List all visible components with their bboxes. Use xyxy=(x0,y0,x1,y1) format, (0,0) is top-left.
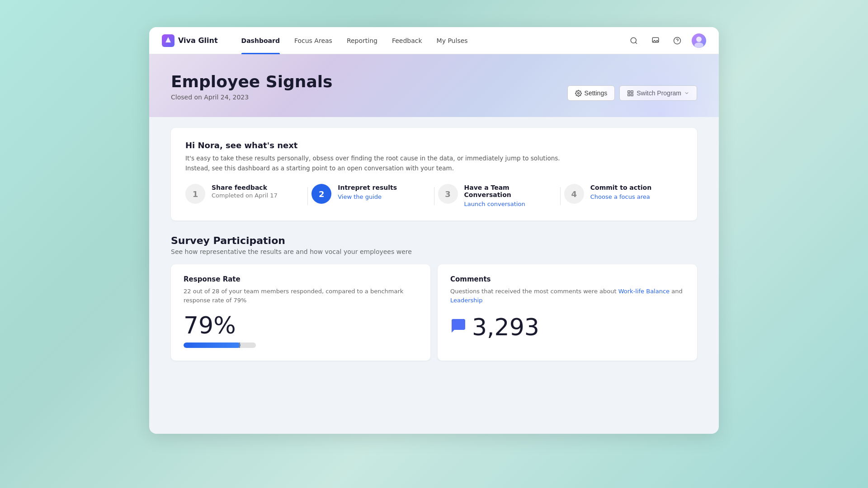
step-divider-3 xyxy=(560,187,561,205)
response-rate-value: 79% xyxy=(184,314,418,337)
comment-bubble-icon xyxy=(450,318,467,337)
svg-rect-10 xyxy=(628,90,630,92)
page-title: Employee Signals xyxy=(171,72,697,91)
nav-bar: Viva Glint Dashboard Focus Areas Reporti… xyxy=(149,27,719,54)
steps-row: 1 Share feedback Completed on April 17 2… xyxy=(185,184,683,208)
whats-next-desc-line1: It's easy to take these results personal… xyxy=(185,155,560,162)
settings-icon xyxy=(575,90,582,97)
user-avatar[interactable] xyxy=(692,33,706,48)
whats-next-card: Hi Nora, see what's next It's easy to ta… xyxy=(171,128,697,221)
work-life-balance-link[interactable]: Work-life Balance xyxy=(618,288,670,295)
nav-right xyxy=(627,33,706,48)
step-4-label: Commit to action xyxy=(590,184,651,191)
step-3-link[interactable]: Launch conversation xyxy=(464,201,525,207)
step-1-label: Share feedback xyxy=(212,184,278,191)
whats-next-desc-line2: Instead, see this dashboard as a startin… xyxy=(185,164,454,172)
hero-actions: Settings Switch Program xyxy=(567,85,697,101)
step-3-info: Have a Team Conversation Launch conversa… xyxy=(464,184,549,208)
step-4-info: Commit to action Choose a focus area xyxy=(590,184,651,201)
switch-program-button[interactable]: Switch Program xyxy=(619,85,697,101)
logo-area: Viva Glint xyxy=(162,34,218,47)
step-3-label: Have a Team Conversation xyxy=(464,184,549,198)
progress-benchmark-marker xyxy=(239,343,240,348)
hero-section: Employee Signals Closed on April 24, 202… xyxy=(149,54,719,117)
response-rate-card: Response Rate 22 out of 28 of your team … xyxy=(171,264,430,361)
step-1-circle: 1 xyxy=(185,184,205,204)
help-button[interactable] xyxy=(670,33,684,48)
nav-link-my-pulses[interactable]: My Pulses xyxy=(429,27,475,54)
svg-point-8 xyxy=(694,42,703,48)
response-rate-label: Response Rate xyxy=(184,275,418,283)
step-2-label: Intrepret results xyxy=(338,184,397,191)
progress-bar-track xyxy=(184,343,256,348)
help-icon xyxy=(673,37,681,45)
step-2-circle: 2 xyxy=(311,184,331,204)
comments-card: Comments Questions that received the mos… xyxy=(438,264,697,361)
chevron-down-icon xyxy=(684,90,689,96)
step-divider-1 xyxy=(307,187,308,205)
svg-line-3 xyxy=(635,42,637,43)
viva-glint-logo-icon xyxy=(162,34,175,47)
svg-rect-13 xyxy=(631,94,633,95)
comments-desc-prefix: Questions that received the most comment… xyxy=(450,288,618,295)
step-2-info: Intrepret results View the guide xyxy=(338,184,397,201)
svg-rect-11 xyxy=(631,90,633,92)
step-4-circle: 4 xyxy=(564,184,584,204)
comments-desc-mid: and xyxy=(670,288,683,295)
step-2: 2 Intrepret results View the guide xyxy=(311,184,430,204)
response-rate-bar-wrap xyxy=(184,343,418,348)
chat-icon xyxy=(450,318,467,334)
step-3: 3 Have a Team Conversation Launch conver… xyxy=(438,184,557,208)
survey-section-desc: See how representative the results are a… xyxy=(171,248,697,255)
step-1-sublabel: Completed on April 17 xyxy=(212,192,278,199)
step-2-link[interactable]: View the guide xyxy=(338,193,382,200)
switch-icon xyxy=(627,90,634,97)
svg-point-9 xyxy=(577,92,579,94)
settings-label: Settings xyxy=(585,89,608,97)
survey-section: Survey Participation See how representat… xyxy=(171,235,697,361)
nav-links: Dashboard Focus Areas Reporting Feedback… xyxy=(234,27,627,54)
comments-desc: Questions that received the most comment… xyxy=(450,287,684,305)
nav-link-focus-areas[interactable]: Focus Areas xyxy=(287,27,340,54)
logo-text: Viva Glint xyxy=(178,36,218,45)
leadership-link[interactable]: Leadership xyxy=(450,297,482,304)
step-divider-2 xyxy=(434,187,434,205)
svg-rect-12 xyxy=(628,94,630,95)
main-content: Hi Nora, see what's next It's easy to ta… xyxy=(149,117,719,379)
page-subtitle: Closed on April 24, 2023 xyxy=(171,94,697,101)
messages-button[interactable] xyxy=(648,33,663,48)
whats-next-title: Hi Nora, see what's next xyxy=(185,141,683,150)
nav-link-feedback[interactable]: Feedback xyxy=(385,27,429,54)
nav-link-reporting[interactable]: Reporting xyxy=(340,27,385,54)
step-4-link[interactable]: Choose a focus area xyxy=(590,193,650,200)
step-1: 1 Share feedback Completed on April 17 xyxy=(185,184,304,204)
avatar-icon xyxy=(692,33,706,48)
svg-point-2 xyxy=(631,38,636,43)
settings-button[interactable]: Settings xyxy=(567,85,615,101)
step-3-circle: 3 xyxy=(438,184,458,204)
survey-cards-grid: Response Rate 22 out of 28 of your team … xyxy=(171,264,697,361)
whats-next-desc: It's easy to take these results personal… xyxy=(185,154,683,173)
comment-value-row: 3,293 xyxy=(450,314,684,341)
step-1-info: Share feedback Completed on April 17 xyxy=(212,184,278,199)
survey-section-title: Survey Participation xyxy=(171,235,697,246)
response-rate-desc: 22 out of 28 of your team members respon… xyxy=(184,287,418,305)
switch-program-label: Switch Program xyxy=(637,89,681,97)
step-4: 4 Commit to action Choose a focus area xyxy=(564,184,683,204)
search-button[interactable] xyxy=(627,33,641,48)
progress-bar-fill xyxy=(184,343,241,348)
app-window: Viva Glint Dashboard Focus Areas Reporti… xyxy=(149,27,719,434)
messages-icon xyxy=(651,37,660,45)
svg-point-7 xyxy=(696,37,702,42)
comments-value: 3,293 xyxy=(472,314,539,341)
nav-link-dashboard[interactable]: Dashboard xyxy=(234,27,287,54)
comments-label: Comments xyxy=(450,275,684,283)
search-icon xyxy=(630,37,638,45)
